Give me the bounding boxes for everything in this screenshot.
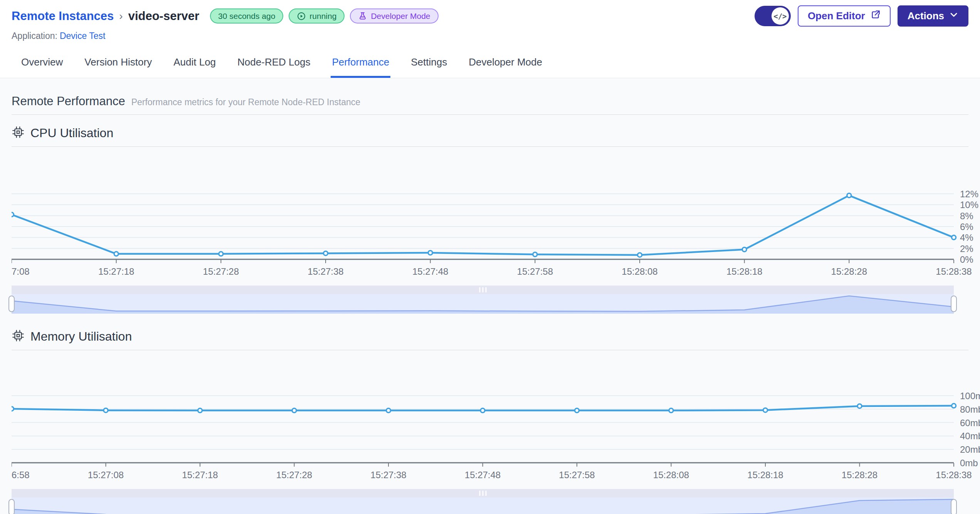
actions-button[interactable]: Actions [898,5,968,27]
drag-grip-icon[interactable] [479,490,486,496]
page-header: Remote Instances › video-server 30 secon… [0,0,980,47]
cpu-brush-minimap [12,294,954,314]
breadcrumb-current: video-server [128,9,199,23]
memory-brush-strip[interactable] [12,489,954,497]
developer-mode-badge-label: Developer Mode [371,12,430,21]
chip-icon [12,329,25,344]
svg-text:10%: 10% [960,200,978,210]
cpu-brush-area[interactable] [12,294,954,314]
tab-developer-mode[interactable]: Developer Mode [467,47,543,78]
play-circle-icon [297,12,306,21]
actions-button-label: Actions [908,10,944,22]
memory-brush-area[interactable] [12,497,954,514]
svg-text:15:28:18: 15:28:18 [747,470,783,479]
svg-text:15:28:38: 15:28:38 [936,470,972,479]
svg-text:80mb: 80mb [960,404,980,415]
cpu-utilisation-chart[interactable]: 0%2%4%6%8%10%12%7:0815:27:1815:27:2815:2… [12,147,980,275]
svg-text:15:27:18: 15:27:18 [182,470,218,479]
performance-panel: Remote Performance Performance metrics f… [0,94,980,514]
svg-text:15:27:28: 15:27:28 [203,266,239,275]
svg-text:15:28:18: 15:28:18 [726,266,762,275]
application-label: Application: [12,31,57,41]
open-editor-button[interactable]: Open Editor [798,5,891,27]
svg-text:15:28:28: 15:28:28 [842,470,877,479]
svg-text:40mb: 40mb [960,431,980,441]
svg-text:15:27:18: 15:27:18 [98,266,134,275]
svg-text:15:27:58: 15:27:58 [559,470,595,479]
memory-brush-minimap [12,497,954,514]
application-row: Application:Device Test [12,31,968,47]
svg-text:15:27:08: 15:27:08 [88,470,124,479]
running-status-label: running [309,12,336,21]
cpu-chart-title: CPU Utilisation [30,126,113,140]
svg-text:2%: 2% [960,244,973,254]
svg-text:15:28:08: 15:28:08 [653,470,689,479]
cpu-chart-header: CPU Utilisation [12,126,980,140]
svg-text:15:27:38: 15:27:38 [308,266,343,275]
svg-text:15:28:08: 15:28:08 [622,266,657,275]
drag-grip-icon[interactable] [479,287,486,292]
page-title: Remote Performance [12,94,125,108]
svg-text:15:27:48: 15:27:48 [465,470,501,479]
svg-text:4%: 4% [960,232,973,243]
section-header: Remote Performance Performance metrics f… [12,94,980,108]
tab-bar: Overview Version History Audit Log Node-… [0,47,980,78]
cpu-brush-right-handle[interactable] [951,296,957,312]
svg-text:15:28:38: 15:28:38 [936,266,972,275]
memory-chart-header: Memory Utilisation [12,329,980,344]
status-badges: 30 seconds ago running Developer Mode [210,8,438,24]
breadcrumb-parent-link[interactable]: Remote Instances [12,9,114,23]
svg-text:100mb: 100mb [960,391,980,401]
svg-text:15:28:28: 15:28:28 [831,266,867,275]
tab-version-history[interactable]: Version History [83,47,153,78]
header-actions: </> Open Editor Actions [755,5,968,27]
svg-text:0mb: 0mb [960,458,978,468]
memory-utilisation-chart[interactable]: 0mb20mb40mb60mb80mb100mb6:5815:27:0815:2… [12,350,980,479]
svg-text:15:27:38: 15:27:38 [370,470,406,479]
svg-text:20mb: 20mb [960,444,980,455]
application-link[interactable]: Device Test [60,31,105,41]
cpu-chart-brush[interactable] [12,286,954,314]
svg-text:15:27:48: 15:27:48 [412,266,448,275]
memory-brush-left-handle[interactable] [8,499,15,514]
svg-text:6%: 6% [960,222,973,232]
svg-text:7:08: 7:08 [12,266,30,275]
running-status-badge: running [289,8,345,24]
chip-icon [12,126,25,140]
chevron-down-icon [949,10,958,22]
open-editor-label: Open Editor [808,10,865,22]
page-subtitle: Performance metrics for your Remote Node… [131,97,360,108]
tab-performance[interactable]: Performance [331,47,390,78]
cpu-brush-left-handle[interactable] [8,296,15,312]
developer-mode-toggle[interactable]: </> [755,6,791,26]
last-seen-badge-label: 30 seconds ago [218,12,275,21]
svg-text:60mb: 60mb [960,418,980,428]
tab-node-red-logs[interactable]: Node-RED Logs [236,47,311,78]
breadcrumb-separator-icon: › [119,10,123,22]
external-link-icon [870,10,881,23]
beaker-icon [358,12,367,21]
code-icon: </> [772,7,789,25]
svg-text:15:27:58: 15:27:58 [517,266,553,275]
memory-chart-brush[interactable] [12,489,954,514]
tab-settings[interactable]: Settings [410,47,448,78]
svg-text:0%: 0% [960,254,973,265]
svg-text:15:27:28: 15:27:28 [276,470,312,479]
last-seen-badge: 30 seconds ago [210,8,283,24]
cpu-brush-strip[interactable] [12,286,954,294]
memory-chart-title: Memory Utilisation [30,329,132,344]
breadcrumb: Remote Instances › video-server [12,9,199,23]
svg-text:6:58: 6:58 [12,470,30,479]
svg-text:8%: 8% [960,211,973,221]
tab-overview[interactable]: Overview [20,47,64,78]
memory-brush-right-handle[interactable] [951,499,957,514]
tab-audit-log[interactable]: Audit Log [172,47,217,78]
divider [12,114,968,115]
developer-mode-badge: Developer Mode [350,8,438,24]
svg-text:12%: 12% [960,189,978,199]
